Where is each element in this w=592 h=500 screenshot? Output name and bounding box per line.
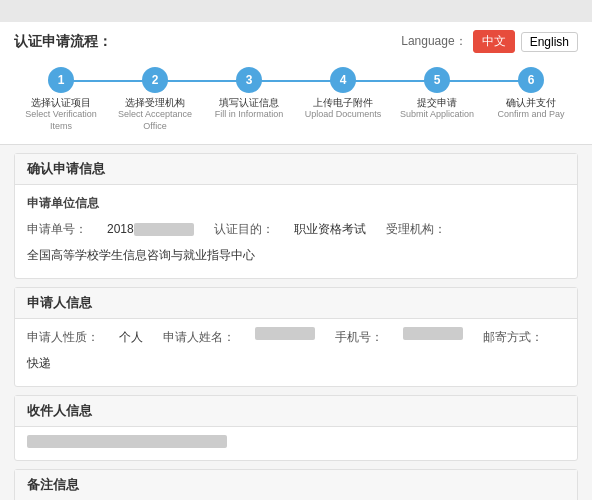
step-6-circle: 6 <box>518 67 544 93</box>
step-1-label-en: Select Verification Items <box>14 109 108 132</box>
step-3-label-cn: 填写认证信息 <box>219 96 279 109</box>
mail-label: 邮寄方式： <box>483 327 543 349</box>
address-blurred <box>27 435 227 448</box>
receiver-address-row <box>27 435 565 448</box>
receiver-info-body <box>15 427 577 460</box>
name-label: 申请人姓名： <box>163 327 235 349</box>
step-5-label-en: Submit Application <box>400 109 474 121</box>
step-3-circle: 3 <box>236 67 262 93</box>
page-title: 认证申请流程： <box>14 33 112 51</box>
applicant-unit-title: 申请单位信息 <box>27 193 99 215</box>
applicant-unit-title-row: 申请单位信息 <box>27 193 565 215</box>
lang-en-button[interactable]: English <box>521 32 578 52</box>
step-5: 5 提交申请 Submit Application <box>390 67 484 121</box>
applicant-info-body: 申请人性质： 个人 申请人姓名： 手机号： 邮寄方式： 快递 <box>15 319 577 386</box>
lang-cn-button[interactable]: 中文 <box>473 30 515 53</box>
phone-label: 手机号： <box>335 327 383 349</box>
language-label: Language： <box>401 33 466 50</box>
confirm-info-header: 确认申请信息 <box>15 154 577 185</box>
step-6-label-en: Confirm and Pay <box>497 109 564 121</box>
language-section: Language： 中文 English <box>401 30 578 53</box>
step-3: 3 填写认证信息 Fill in Information <box>202 67 296 121</box>
receiver-info-card: 收件人信息 <box>14 395 578 461</box>
applicant-detail-row: 申请人性质： 个人 申请人姓名： 手机号： 邮寄方式： 快递 <box>27 327 565 374</box>
mail-value: 快递 <box>27 353 51 375</box>
applicant-info-card: 申请人信息 申请人性质： 个人 申请人姓名： 手机号： 邮寄方式： 快递 <box>14 287 578 387</box>
main-content: 确认申请信息 申请单位信息 申请单号： 2018 认证目的： 职业资格考试 受理… <box>0 145 592 500</box>
shenqing-blurred <box>134 223 194 236</box>
shenqing-value: 2018 <box>107 219 194 241</box>
step-6: 6 确认并支付 Confirm and Pay <box>484 67 578 121</box>
step-5-label-cn: 提交申请 <box>417 96 457 109</box>
step-2-circle: 2 <box>142 67 168 93</box>
zhiwei-label: 申请人性质： <box>27 327 99 349</box>
step-2-label-en: Select Acceptance Office <box>108 109 202 132</box>
step-3-label-en: Fill in Information <box>215 109 284 121</box>
applicant-info-header: 申请人信息 <box>15 288 577 319</box>
step-4-label-cn: 上传电子附件 <box>313 96 373 109</box>
step-6-label-cn: 确认并支付 <box>506 96 556 109</box>
step-4-label-en: Upload Documents <box>305 109 382 121</box>
confirm-info-card: 确认申请信息 申请单位信息 申请单号： 2018 认证目的： 职业资格考试 受理… <box>14 153 578 279</box>
step-1-circle: 1 <box>48 67 74 93</box>
header-section: 认证申请流程： Language： 中文 English 1 选择认证项目 Se… <box>0 22 592 145</box>
name-blurred <box>255 327 315 340</box>
renzheng-value: 职业资格考试 <box>294 219 366 241</box>
remark-info-header: 备注信息 <box>15 470 577 500</box>
top-bar <box>0 0 592 22</box>
remark-info-card: 备注信息 <box>14 469 578 500</box>
receiver-info-header: 收件人信息 <box>15 396 577 427</box>
shouliji-value: 全国高等学校学生信息咨询与就业指导中心 <box>27 245 255 267</box>
confirm-info-body: 申请单位信息 申请单号： 2018 认证目的： 职业资格考试 受理机构： 全国高… <box>15 185 577 278</box>
phone-blurred <box>403 327 463 340</box>
steps-row: 1 选择认证项目 Select Verification Items 2 选择受… <box>14 61 578 136</box>
step-1: 1 选择认证项目 Select Verification Items <box>14 67 108 132</box>
step-4-circle: 4 <box>330 67 356 93</box>
renzheng-label: 认证目的： <box>214 219 274 241</box>
shouliji-label: 受理机构： <box>386 219 446 241</box>
step-2: 2 选择受理机构 Select Acceptance Office <box>108 67 202 132</box>
step-2-label-cn: 选择受理机构 <box>125 96 185 109</box>
zhiwei-value: 个人 <box>119 327 143 349</box>
step-1-label-cn: 选择认证项目 <box>31 96 91 109</box>
shenqing-label: 申请单号： <box>27 219 87 241</box>
step-4: 4 上传电子附件 Upload Documents <box>296 67 390 121</box>
shenqing-row: 申请单号： 2018 认证目的： 职业资格考试 受理机构： 全国高等学校学生信息… <box>27 219 565 266</box>
step-5-circle: 5 <box>424 67 450 93</box>
